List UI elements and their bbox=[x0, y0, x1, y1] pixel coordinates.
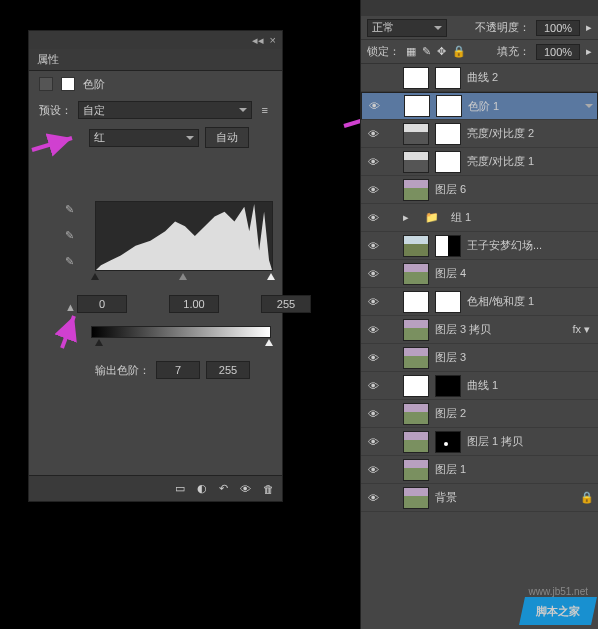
layer-row[interactable]: 👁图层 6 bbox=[361, 176, 598, 204]
output-white-slider[interactable] bbox=[265, 339, 273, 346]
layer-name[interactable]: 亮度/对比度 1 bbox=[467, 154, 594, 169]
layer-thumb[interactable] bbox=[403, 263, 429, 285]
gamma-slider[interactable] bbox=[179, 273, 187, 280]
lock-position-icon[interactable]: ✥ bbox=[437, 45, 446, 58]
layer-thumb[interactable] bbox=[403, 291, 429, 313]
mask-thumb[interactable] bbox=[435, 375, 461, 397]
layer-row[interactable]: 👁图层 3 拷贝fx ▾ bbox=[361, 316, 598, 344]
layer-thumb[interactable] bbox=[403, 375, 429, 397]
visibility-toggle[interactable]: 👁 bbox=[365, 128, 381, 140]
mask-thumb[interactable] bbox=[435, 67, 461, 89]
layer-thumb[interactable] bbox=[403, 235, 429, 257]
visibility-toggle[interactable]: 👁 bbox=[365, 184, 381, 196]
clip-icon[interactable]: ▭ bbox=[175, 482, 185, 495]
layer-name[interactable]: 图层 6 bbox=[435, 182, 594, 197]
layer-name[interactable]: 图层 3 bbox=[435, 350, 594, 365]
layer-thumb[interactable] bbox=[403, 151, 429, 173]
lock-transparent-icon[interactable]: ▦ bbox=[406, 45, 416, 58]
layer-row[interactable]: 👁亮度/对比度 2 bbox=[361, 120, 598, 148]
layer-name[interactable]: 图层 1 bbox=[435, 462, 594, 477]
auto-button[interactable]: 自动 bbox=[205, 127, 249, 148]
layer-thumb[interactable] bbox=[403, 123, 429, 145]
fill-field[interactable]: 100% bbox=[536, 44, 580, 60]
white-slider[interactable] bbox=[267, 273, 275, 280]
opacity-flyout-icon[interactable]: ▸ bbox=[586, 21, 592, 34]
visibility-toggle[interactable]: 👁 bbox=[365, 156, 381, 168]
visibility-toggle[interactable]: 👁 bbox=[365, 212, 381, 224]
layer-row[interactable]: 👁图层 4 bbox=[361, 260, 598, 288]
collapse-icon[interactable]: ◂◂ bbox=[252, 34, 264, 47]
gray-eyedropper-icon[interactable]: ✎ bbox=[65, 229, 81, 245]
layer-row[interactable]: 👁图层 1 bbox=[361, 456, 598, 484]
visibility-toggle[interactable]: 👁 bbox=[365, 380, 381, 392]
visibility-toggle[interactable]: 👁 bbox=[366, 100, 382, 112]
prev-icon[interactable]: ◐ bbox=[197, 482, 207, 495]
input-black-field[interactable] bbox=[77, 295, 127, 313]
preset-select[interactable]: 自定 bbox=[78, 101, 252, 119]
visibility-toggle[interactable]: 👁 bbox=[365, 324, 381, 336]
layer-row[interactable]: 👁图层 1 拷贝 bbox=[361, 428, 598, 456]
visibility-toggle[interactable]: 👁 bbox=[365, 240, 381, 252]
layer-thumb[interactable] bbox=[403, 487, 429, 509]
visibility-toggle[interactable]: 👁 bbox=[365, 296, 381, 308]
layer-name[interactable]: 色相/饱和度 1 bbox=[467, 294, 594, 309]
layer-name[interactable]: 图层 3 拷贝 bbox=[435, 322, 562, 337]
output-black-slider[interactable] bbox=[95, 339, 103, 346]
visibility-icon[interactable]: 👁 bbox=[240, 483, 251, 495]
mask-thumb[interactable] bbox=[435, 431, 461, 453]
blend-mode-select[interactable]: 正常 bbox=[367, 19, 447, 37]
fill-flyout-icon[interactable]: ▸ bbox=[586, 45, 592, 58]
white-eyedropper-icon[interactable]: ✎ bbox=[65, 255, 81, 271]
trash-icon[interactable]: 🗑 bbox=[263, 483, 274, 495]
layer-row[interactable]: 👁色相/饱和度 1 bbox=[361, 288, 598, 316]
mask-thumb[interactable] bbox=[435, 123, 461, 145]
layer-thumb[interactable] bbox=[403, 459, 429, 481]
layer-thumb[interactable] bbox=[404, 95, 430, 117]
layer-row[interactable]: 👁亮度/对比度 1 bbox=[361, 148, 598, 176]
layer-name[interactable]: 背景 bbox=[435, 490, 574, 505]
mask-thumb[interactable] bbox=[435, 291, 461, 313]
layer-row[interactable]: 👁图层 2 bbox=[361, 400, 598, 428]
visibility-toggle[interactable]: 👁 bbox=[365, 436, 381, 448]
layer-thumb[interactable] bbox=[403, 431, 429, 453]
layer-name[interactable]: 图层 1 拷贝 bbox=[467, 434, 594, 449]
expand-icon[interactable]: ▸ bbox=[403, 211, 413, 224]
mask-thumb[interactable] bbox=[436, 95, 462, 117]
preset-menu-icon[interactable]: ≡ bbox=[258, 104, 272, 116]
layer-name[interactable]: 曲线 1 bbox=[467, 378, 594, 393]
mask-thumb[interactable] bbox=[435, 151, 461, 173]
layer-row[interactable]: 👁图层 3 bbox=[361, 344, 598, 372]
tab-properties[interactable]: 属性 bbox=[37, 52, 59, 67]
close-icon[interactable]: × bbox=[270, 34, 276, 46]
black-slider[interactable] bbox=[91, 273, 99, 280]
visibility-toggle[interactable]: 👁 bbox=[365, 464, 381, 476]
output-white-field[interactable] bbox=[206, 361, 250, 379]
channel-select[interactable]: 红 bbox=[89, 129, 199, 147]
layer-thumb[interactable] bbox=[403, 319, 429, 341]
layer-name[interactable]: 图层 4 bbox=[435, 266, 594, 281]
layer-name[interactable]: 亮度/对比度 2 bbox=[467, 126, 594, 141]
visibility-toggle[interactable]: 👁 bbox=[365, 268, 381, 280]
mask-icon[interactable] bbox=[61, 77, 75, 91]
layer-row[interactable]: 👁王子安梦幻场... bbox=[361, 232, 598, 260]
layer-thumb[interactable] bbox=[403, 403, 429, 425]
layer-thumb[interactable] bbox=[403, 67, 429, 89]
output-gradient[interactable] bbox=[91, 326, 271, 338]
layer-thumb[interactable] bbox=[403, 179, 429, 201]
mask-thumb[interactable] bbox=[435, 235, 461, 257]
layer-row[interactable]: 👁色阶 1 bbox=[361, 92, 598, 120]
layer-row[interactable]: 👁曲线 1 bbox=[361, 372, 598, 400]
lock-paint-icon[interactable]: ✎ bbox=[422, 45, 431, 58]
layer-thumb[interactable] bbox=[403, 347, 429, 369]
reset-icon[interactable]: ↶ bbox=[219, 482, 228, 495]
layer-row[interactable]: 👁背景🔒 bbox=[361, 484, 598, 512]
input-white-field[interactable] bbox=[261, 295, 311, 313]
input-gamma-field[interactable] bbox=[169, 295, 219, 313]
output-black-field[interactable] bbox=[156, 361, 200, 379]
layer-name[interactable]: 王子安梦幻场... bbox=[467, 238, 594, 253]
layer-name[interactable]: 曲线 2 bbox=[467, 70, 594, 85]
visibility-toggle[interactable]: 👁 bbox=[365, 408, 381, 420]
fx-badge[interactable]: fx ▾ bbox=[568, 323, 594, 336]
layer-row[interactable]: 👁▸📁组 1 bbox=[361, 204, 598, 232]
black-eyedropper-icon[interactable]: ✎ bbox=[65, 203, 81, 219]
